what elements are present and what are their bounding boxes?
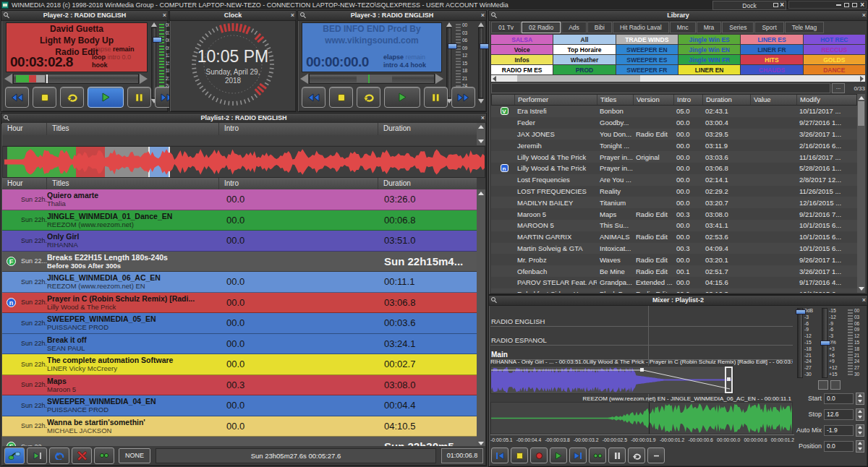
close-icon[interactable]: × (862, 296, 866, 305)
playlist-row[interactable]: Sun 22h... Wanna be startin'somethin' MI… (2, 416, 477, 437)
category-button[interactable]: SWEEPER ES (616, 55, 678, 64)
more-button[interactable]: ... (832, 83, 845, 93)
library-tab[interactable]: Mnc (670, 22, 696, 33)
slider-knob[interactable] (480, 43, 489, 49)
position-cursor[interactable] (46, 74, 48, 83)
search-icon[interactable] (4, 12, 10, 19)
scroll-right-icon[interactable] (860, 76, 864, 82)
hook-label[interactable]: hook (92, 61, 108, 69)
spinner-value[interactable]: 12.6 (824, 409, 854, 420)
playlist-top-scrollbar[interactable] (477, 123, 485, 145)
seek-back-icon[interactable] (4, 74, 12, 84)
progress-track[interactable] (13, 74, 139, 84)
scroll-down-icon[interactable] (859, 287, 864, 291)
skip-end-button[interactable] (569, 447, 587, 463)
category-button[interactable]: SALSA (491, 35, 553, 44)
column-header-titles[interactable]: Titles (47, 178, 219, 189)
spin-down-icon[interactable] (858, 400, 862, 403)
playlist-row[interactable]: Sun 22h... Break it off SEAN PAUL 00.0 0… (2, 334, 477, 355)
loop-button[interactable] (60, 87, 84, 108)
category-button[interactable]: HITS (741, 55, 802, 64)
player2-titlebar[interactable]: Player-2 : RADIO ENGLISH × (1, 11, 168, 21)
seek-back-icon[interactable] (300, 74, 308, 84)
spinner-buttons[interactable] (856, 408, 864, 421)
undo-button[interactable] (49, 447, 69, 464)
slider-up-icon[interactable] (151, 22, 157, 27)
column-header-value[interactable]: Value (751, 95, 797, 105)
spinner-value[interactable]: 0.0 (824, 441, 854, 452)
mixer-tool-button-1[interactable] (818, 380, 828, 390)
spinner-value[interactable]: 0.0 (824, 393, 854, 404)
library-row[interactable]: Rebel feat Sidney Housen Black Pe... Rad… (491, 288, 857, 293)
column-header-duration[interactable]: Duration (703, 95, 751, 105)
mixer-track1-label[interactable]: RADIO ENGLISH (491, 317, 545, 325)
category-button[interactable]: Jingle Win ES (678, 35, 740, 44)
slider-knob[interactable] (796, 309, 806, 314)
close-icon[interactable]: × (481, 11, 485, 20)
skip-back-button[interactable] (5, 87, 29, 108)
search-icon[interactable] (4, 115, 10, 121)
slider-knob[interactable] (153, 37, 162, 43)
scroll-down-icon[interactable] (478, 442, 484, 445)
library-row[interactable]: Ofenbach Be Mine Radio Edit 00.1 02:51.7… (491, 265, 857, 277)
spin-down-icon[interactable] (858, 447, 862, 450)
spin-up-icon[interactable] (858, 442, 862, 445)
category-button[interactable]: All (553, 35, 615, 44)
column-header-titles[interactable]: Titles (597, 95, 634, 105)
slider-knob[interactable] (448, 43, 457, 49)
library-row[interactable]: Mr. Probz Waves Radio Edit 00.0 03:20.1 … (491, 254, 857, 265)
spin-up-icon[interactable] (858, 410, 862, 413)
close-icon[interactable]: × (291, 11, 294, 20)
clock-titlebar[interactable]: Clock × (170, 11, 296, 21)
library-row[interactable]: Martin Solveig & GTA Intoxicat... 00.3 0… (491, 243, 857, 254)
column-header-intro[interactable]: Intro (219, 178, 378, 189)
progress-track[interactable] (309, 74, 435, 84)
scroll-thumb[interactable] (858, 101, 864, 126)
elapse-label[interactable]: elapse (92, 46, 111, 53)
library-row[interactable]: Lilly Wood & The Prick Prayer in... Orig… (491, 151, 857, 163)
stop-button[interactable] (329, 87, 353, 108)
column-header-hour[interactable]: Hour (2, 123, 47, 135)
elapse-label[interactable]: elapse (383, 53, 404, 61)
delete-button[interactable] (72, 447, 92, 464)
category-button[interactable]: Wheather (553, 55, 615, 64)
playlist-titlebar[interactable]: Playlist-2 : RADIO ENGLISH × (1, 113, 486, 124)
library-row[interactable]: MARTIN GARRIX ANIMALS Radio Edit 00.0 02… (491, 231, 857, 243)
category-button[interactable]: Jingle WIN FR (678, 55, 740, 64)
crossfade-cursor[interactable] (649, 403, 650, 434)
column-header-intro[interactable]: Intro (674, 95, 703, 105)
category-button[interactable]: SWEEPER EN (616, 45, 678, 54)
cue-points-button[interactable] (94, 447, 114, 464)
library-row[interactable]: V Era Istrefi Bonbon 05.0 02:43.1 10/11/… (491, 106, 857, 117)
dock-close-icon[interactable]: × (780, 1, 784, 8)
stop-button[interactable] (33, 87, 56, 108)
scroll-thumb[interactable] (517, 75, 640, 82)
window-minimize-icon[interactable] (836, 4, 841, 6)
library-row[interactable]: Lost Frequencies Are You ... 00.0 02:14.… (491, 174, 857, 186)
position-cursor[interactable] (368, 74, 370, 83)
skip-start-button[interactable] (491, 447, 509, 463)
scroll-up-icon[interactable] (478, 125, 484, 129)
play-button[interactable] (88, 87, 124, 108)
spinner-buttons[interactable] (856, 440, 864, 453)
category-button[interactable]: LINER FR (741, 45, 802, 54)
library-hscrollbar[interactable] (491, 75, 865, 82)
spin-up-icon[interactable] (858, 394, 862, 397)
cue-points-button[interactable] (589, 447, 606, 463)
library-tab[interactable]: 01 Tv (491, 22, 521, 33)
seek-forward-icon[interactable] (435, 74, 443, 84)
dock-restore-icon[interactable] (773, 3, 778, 7)
slider-up-icon[interactable] (446, 22, 452, 27)
category-button[interactable]: Voice (491, 45, 553, 54)
column-header-titles[interactable]: Titles (47, 123, 219, 135)
window-restore-icon[interactable] (844, 3, 849, 7)
dock-panel[interactable]: Dock × (712, 1, 786, 10)
category-button[interactable]: Infos (491, 55, 553, 64)
scroll-down-icon[interactable] (478, 140, 484, 143)
mixer-wave1[interactable] (490, 366, 733, 394)
library-tab[interactable]: Bibi (587, 22, 612, 33)
library-row[interactable]: MAROON 5 This Su... 00.0 03:41.1 10/1/20… (491, 220, 857, 231)
category-button[interactable]: LINER ES (741, 35, 802, 44)
playlist-waveform[interactable] (2, 146, 485, 178)
playlist-row[interactable]: Sun 22h... Only Girl RIHANNA 00.0 03:51.… (2, 231, 477, 252)
